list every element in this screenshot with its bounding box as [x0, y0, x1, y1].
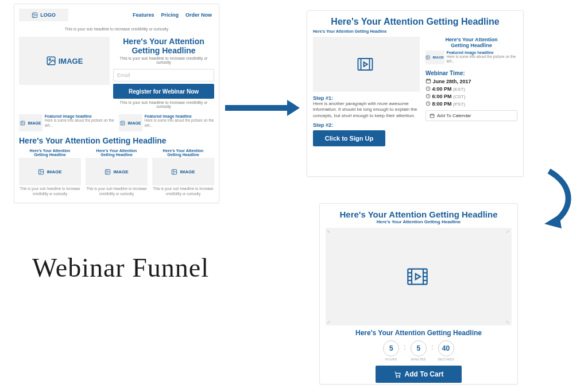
time-row-1: 4:00 PM (EST) — [425, 86, 517, 92]
step1-body: Here is another paragraph with more awes… — [313, 101, 420, 119]
under-btn-sub: This is your sub headline to increase cr… — [113, 100, 214, 108]
col-hd-1: Here's Your AttentionGetting Headline — [19, 149, 81, 157]
col-img-2: IMAGE — [86, 158, 148, 185]
email-input[interactable]: Email — [113, 69, 214, 81]
flow-arrow-1 — [225, 98, 300, 118]
replay-sales-page-mock: Here's Your Attention Getting Headline H… — [319, 203, 518, 385]
p3-sub: Here's Your Attention Getting Headline — [326, 219, 512, 224]
clock-icon — [425, 86, 431, 91]
p2-feat-img: IMAGE — [425, 51, 444, 64]
confirmation-page-mock: Here's Your Attention Getting Headline H… — [307, 10, 524, 177]
clock-icon — [425, 94, 431, 99]
diagram-label: Webinar Funnel — [32, 253, 209, 283]
nav-pricing[interactable]: Pricing — [161, 12, 179, 18]
feature-body-2: Here is some info about the picture on t… — [145, 118, 214, 128]
feature-image-2: IMAGE — [119, 114, 142, 131]
svg-point-7 — [122, 122, 123, 123]
expand-icon: ⤢ — [327, 320, 331, 324]
time-row-2: 6:00 PM (CST) — [425, 94, 517, 99]
video-placeholder[interactable] — [313, 37, 420, 92]
nav-order[interactable]: Order Now — [185, 12, 212, 18]
p2-feat-title: Featured image headline — [447, 51, 517, 55]
add-to-cart-button[interactable]: Add To Cart — [376, 366, 462, 383]
svg-point-13 — [173, 170, 175, 172]
nav-features[interactable]: Features — [133, 12, 154, 18]
calendar-icon — [430, 113, 435, 118]
calendar-icon — [425, 78, 431, 84]
time-row-3: 8:00 PM (PST) — [425, 101, 517, 107]
step1-label: Step #1: — [313, 95, 420, 101]
logo-placeholder: LOGO — [19, 9, 68, 21]
svg-marker-19 — [364, 62, 368, 67]
col-img-3: IMAGE — [152, 158, 214, 185]
expand-icon: ⤢ — [506, 229, 510, 234]
col-hd-3: Here's Your AttentionGetting Headline — [152, 149, 214, 157]
hero-image-placeholder: IMAGE — [19, 37, 110, 85]
clock-icon — [425, 101, 431, 106]
step2-label: Step #2: — [313, 122, 420, 128]
expand-icon: ⤡ — [327, 229, 331, 234]
signup-button[interactable]: Click to Sign Up — [313, 130, 385, 146]
col-sub-2: This is your sub headline to increase cr… — [86, 187, 148, 196]
hero-sub: This is your sub headline to increase cr… — [113, 56, 214, 64]
expand-icon: ⤡ — [506, 320, 510, 324]
svg-rect-16 — [358, 59, 373, 70]
col-sub-3: This is your sub headline to increase cr… — [152, 187, 214, 196]
top-nav: Features Pricing Order Now — [126, 12, 212, 18]
p2-right-hd: Here's Your AttentionGetting Headline — [425, 37, 517, 48]
svg-point-21 — [427, 56, 428, 57]
svg-point-5 — [22, 122, 23, 123]
webinar-time-label: Webinar Time: — [425, 70, 517, 76]
landing-page-mock: LOGO Features Pricing Order Now This is … — [14, 3, 219, 203]
svg-marker-31 — [544, 215, 562, 228]
col-img-1: IMAGE — [19, 158, 81, 185]
countdown: 5HOURS : 5MINUTES : 40SECONDS — [326, 340, 512, 361]
section-headline: Here's Your Attention Getting Headline — [19, 136, 214, 145]
cart-icon — [394, 371, 401, 378]
svg-point-9 — [40, 170, 41, 172]
svg-point-3 — [49, 59, 51, 60]
count-hours: 5 — [383, 340, 399, 356]
p2-subhead: Here's Your Attention Getting Headline — [313, 29, 517, 33]
add-to-calendar[interactable]: Add To Calendar — [425, 110, 517, 121]
count-minutes: 5 — [411, 340, 427, 356]
feature-image-1: IMAGE — [19, 114, 42, 131]
col-sub-1: This is your sub headline to increase cr… — [19, 187, 81, 196]
flow-arrow-2 — [532, 168, 580, 231]
count-seconds: 40 — [438, 340, 454, 356]
p2-feat-body: Here is some info about the picture on t… — [447, 55, 517, 64]
svg-point-11 — [107, 170, 108, 172]
feature-title-1: Featured image headline — [45, 114, 114, 118]
p2-headline: Here's Your Attention Getting Headline — [313, 17, 517, 27]
register-button[interactable]: Register for Webinar Now — [113, 84, 214, 99]
svg-marker-41 — [416, 274, 420, 280]
svg-point-42 — [396, 377, 397, 378]
svg-rect-22 — [426, 79, 431, 83]
p3-headline: Here's Your Attention Getting Headline — [326, 209, 512, 219]
feature-title-2: Featured image headline — [145, 114, 214, 118]
subheadline: This is your sub headline to increase cr… — [19, 27, 214, 31]
webinar-date: June 28th, 2017 — [425, 78, 517, 84]
p3-mid-headline: Here's Your Attention Getting Headline — [326, 329, 512, 337]
hero-headline: Here's Your AttentionGetting Headline — [113, 37, 214, 55]
svg-point-1 — [33, 14, 34, 15]
col-hd-2: Here's Your AttentionGetting Headline — [86, 149, 148, 157]
feature-body-1: Here is some info about the picture on t… — [45, 118, 114, 128]
svg-rect-29 — [430, 114, 434, 118]
svg-point-43 — [399, 377, 400, 378]
svg-marker-15 — [287, 100, 300, 116]
p3-video-placeholder[interactable]: ⤡ ⤢ ⤢ ⤡ — [326, 228, 512, 325]
